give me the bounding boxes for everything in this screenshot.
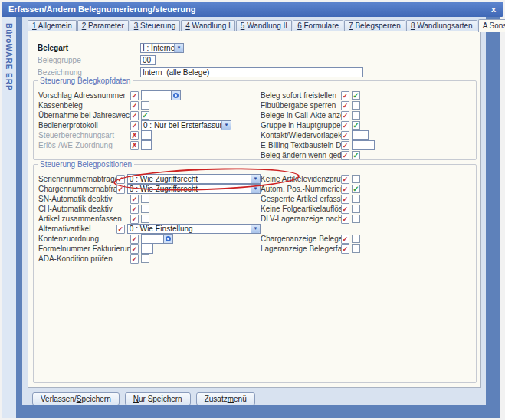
lookup-icon[interactable] <box>172 90 181 100</box>
bezeichnung-input[interactable] <box>140 67 363 77</box>
close-icon[interactable]: x <box>491 5 496 14</box>
doc-check-icon[interactable]: ✓ <box>130 205 139 214</box>
doc-check-icon[interactable]: ✓ <box>130 235 139 244</box>
checkbox[interactable]: ✓ <box>352 121 360 130</box>
doc-check-icon[interactable]: ✓ <box>116 185 125 194</box>
steuerberechnungsart-input[interactable] <box>141 130 152 140</box>
chargennummernabfrage-dropdown[interactable]: 0 : Wie Zugriffsrecht ▼ <box>127 184 261 194</box>
doc-check-icon[interactable]: ✓ <box>341 235 349 244</box>
field-row-uebernahme-jahreswechsel: Übernahme bei Jahreswechsel ✓ ✓ <box>38 110 261 120</box>
window-titlebar: Erfassen/Ändern Belegnumerierung/steueru… <box>2 2 503 17</box>
erloes-we-input[interactable] <box>141 140 152 150</box>
doc-check-icon[interactable]: ✓ <box>341 205 349 214</box>
doc-check-icon[interactable]: ✓ <box>341 101 349 110</box>
chevron-down-icon[interactable]: ▼ <box>221 121 231 130</box>
alternativartikel-dropdown[interactable]: 0 : Wie Einstellung ▼ <box>127 224 261 234</box>
checkbox[interactable] <box>352 215 360 223</box>
adressnummer-input[interactable] <box>141 90 172 100</box>
zusatzmenu-button[interactable]: Zusatzmenü <box>196 392 255 405</box>
doc-check-icon[interactable]: ✓ <box>341 121 349 130</box>
kopf-right-column: Beleg sofort freistellen ✓ ✓ Fibuübergab… <box>261 90 476 160</box>
doc-cross-icon[interactable]: ✗ <box>130 131 139 140</box>
field-row-autom-pos-nummerierung: Autom. Pos.-Nummerierung ✓ ✓ <box>261 184 476 194</box>
doc-check-icon[interactable]: ✓ <box>341 185 349 194</box>
doc-check-icon[interactable]: ✓ <box>341 215 349 224</box>
chevron-down-icon[interactable]: ▼ <box>174 44 183 52</box>
chevron-down-icon[interactable]: ▼ <box>251 185 260 193</box>
doc-check-icon[interactable]: ✓ <box>341 151 349 160</box>
doc-check-icon[interactable]: ✓ <box>341 195 349 204</box>
button-label: enü <box>234 395 247 403</box>
doc-check-icon[interactable]: ✓ <box>130 244 139 254</box>
field-label: Alternativartikel <box>38 225 116 233</box>
group-legend: Steuerung Belegpositionen <box>38 160 134 169</box>
checkbox[interactable] <box>141 205 149 213</box>
doc-check-icon[interactable]: ✓ <box>341 244 349 254</box>
tab-label: Belegsperren <box>353 21 401 30</box>
doc-check-icon[interactable]: ✓ <box>116 225 125 234</box>
chevron-down-icon[interactable]: ▼ <box>251 175 260 183</box>
checkbox[interactable] <box>352 205 360 213</box>
chevron-down-icon[interactable]: ▼ <box>251 225 260 233</box>
tab-wandlung-1[interactable]: 4 Wandlung I <box>181 20 235 31</box>
doc-check-icon[interactable]: ✓ <box>130 254 139 264</box>
field-label: SN-Automatik deaktiv <box>38 195 130 203</box>
window-frame-right <box>486 17 500 418</box>
checkbox[interactable] <box>352 244 360 253</box>
tab-belegsperren[interactable]: 7 Belegsperren <box>344 20 405 31</box>
verlassen-speichern-button[interactable]: Verlassen/Speichern <box>32 392 120 405</box>
checkbox[interactable]: ✓ <box>141 111 149 120</box>
checkbox[interactable] <box>141 101 149 110</box>
tab-wandlung-2[interactable]: 5 Wandlung II <box>236 20 292 31</box>
beleggruppe-input[interactable] <box>140 55 156 65</box>
tab-wandlungsarten[interactable]: 8 Wandlungsarten <box>406 20 477 31</box>
checkbox[interactable] <box>352 175 360 183</box>
field-label: Chargennummernabfrage <box>38 185 116 193</box>
doc-check-icon[interactable]: ✓ <box>341 91 349 100</box>
doc-check-icon[interactable]: ✓ <box>130 91 139 100</box>
doc-check-icon[interactable]: ✓ <box>130 111 139 120</box>
checkbox[interactable] <box>141 195 149 203</box>
belegart-dropdown[interactable]: I : Interner ▼ <box>140 43 184 53</box>
checkbox[interactable]: ✓ <box>352 185 360 193</box>
checkbox[interactable] <box>141 254 149 263</box>
checkbox[interactable] <box>352 101 360 110</box>
tab-steuerung[interactable]: 3 Steuerung <box>130 20 181 31</box>
checkbox[interactable] <box>141 215 149 223</box>
doc-check-icon[interactable]: ✓ <box>116 175 125 184</box>
tab-label: Wandlung I <box>190 21 231 30</box>
doc-check-icon[interactable]: ✓ <box>341 111 349 120</box>
doc-check-icon[interactable]: ✓ <box>341 175 349 184</box>
tab-formulare[interactable]: 6 Formulare <box>293 20 343 31</box>
kontakt-kategorie-input[interactable] <box>352 130 369 140</box>
button-label: peichern <box>81 395 110 403</box>
doc-cross-icon[interactable]: ✗ <box>130 141 139 150</box>
doc-check-icon[interactable]: ✓ <box>130 121 139 130</box>
window-title: Erfassen/Ändern Belegnumerierung/steueru… <box>8 5 196 14</box>
checkbox[interactable] <box>352 111 360 120</box>
bedienerprotokoll-dropdown[interactable]: 0 : Nur bei Ersterfassung/Änderung ▼ <box>141 120 231 130</box>
button-mnemonic: N <box>133 395 139 403</box>
formelnummer-input[interactable] <box>141 244 153 254</box>
seriennummernabfrage-dropdown[interactable]: 0 : Wie Zugriffsrecht ▼ <box>127 174 261 184</box>
checkbox[interactable] <box>352 195 360 203</box>
doc-check-icon[interactable]: ✓ <box>130 215 139 224</box>
checkbox[interactable]: ✓ <box>352 151 360 159</box>
doc-check-icon[interactable]: ✓ <box>341 131 349 140</box>
tab-label: Wandlungsarten <box>415 21 472 30</box>
kontenzuordnung-input[interactable] <box>141 234 164 244</box>
field-label: Bedienerprotokoll <box>38 121 130 130</box>
tab-sonstige[interactable]: A Sonstige <box>478 19 505 32</box>
checkbox[interactable] <box>352 235 360 243</box>
doc-check-icon[interactable]: ✓ <box>130 101 139 110</box>
doc-check-icon[interactable]: ✓ <box>341 141 349 150</box>
lookup-icon[interactable] <box>164 234 173 244</box>
kopf-left-column: Vorschlag Adressnummer ✓ Kassenbeleg ✓ Ü… <box>38 90 261 160</box>
tab-parameter[interactable]: 2 Parameter <box>77 20 129 31</box>
field-label: ADA-Kondition prüfen <box>38 254 130 263</box>
checkbox[interactable]: ✓ <box>352 91 360 100</box>
doc-check-icon[interactable]: ✓ <box>130 195 139 204</box>
ebilling-textbaustein-input[interactable] <box>352 140 375 150</box>
nur-speichern-button[interactable]: Nur Speichern <box>125 392 191 405</box>
tab-allgemein[interactable]: 1 Allgemein <box>28 20 77 31</box>
